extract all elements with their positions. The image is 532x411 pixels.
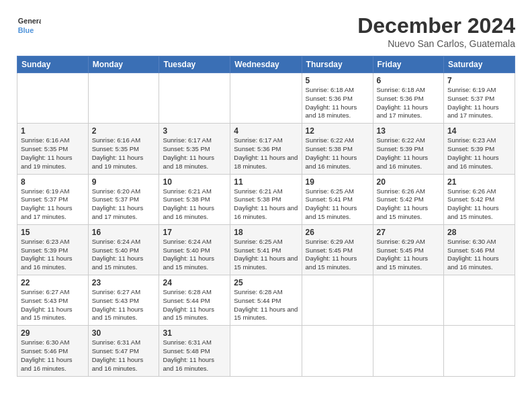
svg-text:Blue: Blue xyxy=(18,26,34,34)
day-cell-27: 27 Sunrise: 6:29 AMSunset: 5:45 PMDaylig… xyxy=(373,224,444,275)
day-cell-22: 22 Sunrise: 6:27 AMSunset: 5:43 PMDaylig… xyxy=(17,275,89,326)
header-row: Sunday Monday Tuesday Wednesday Thursday… xyxy=(17,56,515,73)
col-tuesday: Tuesday xyxy=(159,56,230,73)
week-3: 8 Sunrise: 6:19 AMSunset: 5:37 PMDayligh… xyxy=(17,174,515,224)
svg-text:General: General xyxy=(18,17,41,25)
day-cell-23: 23 Sunrise: 6:27 AMSunset: 5:43 PMDaylig… xyxy=(88,275,159,326)
col-thursday: Thursday xyxy=(302,56,373,73)
empty-cell xyxy=(17,73,89,124)
empty-cell xyxy=(373,326,444,376)
col-sunday: Sunday xyxy=(17,56,89,73)
day-cell-9: 9 Sunrise: 6:20 AMSunset: 5:37 PMDayligh… xyxy=(88,174,159,224)
day-cell-25: 25 Sunrise: 6:28 AMSunset: 5:44 PMDaylig… xyxy=(230,275,302,326)
day-cell-24: 24 Sunrise: 6:28 AMSunset: 5:44 PMDaylig… xyxy=(159,275,230,326)
empty-cell xyxy=(444,275,515,326)
week-5: 22 Sunrise: 6:27 AMSunset: 5:43 PMDaylig… xyxy=(17,275,515,326)
day-cell-13: 13 Sunrise: 6:22 AMSunset: 5:39 PMDaylig… xyxy=(373,124,444,174)
day-cell-3: 3 Sunrise: 6:17 AMSunset: 5:35 PMDayligh… xyxy=(159,124,230,174)
day-cell-2: 2 Sunrise: 6:16 AMSunset: 5:35 PMDayligh… xyxy=(88,124,159,174)
day-cell-21: 21 Sunrise: 6:26 AMSunset: 5:42 PMDaylig… xyxy=(444,174,515,224)
day-cell-5: 5 Sunrise: 6:18 AMSunset: 5:36 PMDayligh… xyxy=(302,73,373,124)
day-cell-17: 17 Sunrise: 6:24 AMSunset: 5:40 PMDaylig… xyxy=(159,224,230,275)
col-friday: Friday xyxy=(373,56,444,73)
title-area: December 2024 Nuevo San Carlos, Guatemal… xyxy=(357,13,515,49)
day-cell-12: 12 Sunrise: 6:22 AMSunset: 5:38 PMDaylig… xyxy=(302,124,373,174)
empty-cell xyxy=(302,275,373,326)
day-cell-28: 28 Sunrise: 6:30 AMSunset: 5:46 PMDaylig… xyxy=(444,224,515,275)
day-cell-7: 7 Sunrise: 6:19 AMSunset: 5:37 PMDayligh… xyxy=(444,73,515,124)
col-monday: Monday xyxy=(88,56,159,73)
day-cell-8: 8 Sunrise: 6:19 AMSunset: 5:37 PMDayligh… xyxy=(17,174,89,224)
day-cell-6: 6 Sunrise: 6:18 AMSunset: 5:36 PMDayligh… xyxy=(373,73,444,124)
week-2: 1 Sunrise: 6:16 AMSunset: 5:35 PMDayligh… xyxy=(17,124,515,174)
day-cell-30: 30 Sunrise: 6:31 AMSunset: 5:47 PMDaylig… xyxy=(88,326,159,376)
day-cell-15: 15 Sunrise: 6:23 AMSunset: 5:39 PMDaylig… xyxy=(17,224,89,275)
header: General Blue December 2024 Nuevo San Car… xyxy=(17,13,515,49)
logo: General Blue xyxy=(17,13,41,38)
day-cell-10: 10 Sunrise: 6:21 AMSunset: 5:38 PMDaylig… xyxy=(159,174,230,224)
location: Nuevo San Carlos, Guatemala xyxy=(357,38,515,49)
empty-cell xyxy=(88,73,159,124)
day-cell-26: 26 Sunrise: 6:29 AMSunset: 5:45 PMDaylig… xyxy=(302,224,373,275)
col-saturday: Saturday xyxy=(444,56,515,73)
day-cell-4: 4 Sunrise: 6:17 AMSunset: 5:36 PMDayligh… xyxy=(230,124,302,174)
month-title: December 2024 xyxy=(357,13,515,38)
week-6: 29 Sunrise: 6:30 AMSunset: 5:46 PMDaylig… xyxy=(17,326,515,376)
week-1: 5 Sunrise: 6:18 AMSunset: 5:36 PMDayligh… xyxy=(17,73,515,124)
day-cell-31: 31 Sunrise: 6:31 AMSunset: 5:48 PMDaylig… xyxy=(159,326,230,376)
day-cell-20: 20 Sunrise: 6:26 AMSunset: 5:42 PMDaylig… xyxy=(373,174,444,224)
week-4: 15 Sunrise: 6:23 AMSunset: 5:39 PMDaylig… xyxy=(17,224,515,275)
day-cell-16: 16 Sunrise: 6:24 AMSunset: 5:40 PMDaylig… xyxy=(88,224,159,275)
col-wednesday: Wednesday xyxy=(230,56,302,73)
calendar: Sunday Monday Tuesday Wednesday Thursday… xyxy=(17,56,515,377)
page: General Blue December 2024 Nuevo San Car… xyxy=(0,0,532,411)
empty-cell xyxy=(230,326,302,376)
day-cell-1: 1 Sunrise: 6:16 AMSunset: 5:35 PMDayligh… xyxy=(17,124,89,174)
day-cell-19: 19 Sunrise: 6:25 AMSunset: 5:41 PMDaylig… xyxy=(302,174,373,224)
day-cell-14: 14 Sunrise: 6:23 AMSunset: 5:39 PMDaylig… xyxy=(444,124,515,174)
empty-cell xyxy=(159,73,230,124)
day-cell-29: 29 Sunrise: 6:30 AMSunset: 5:46 PMDaylig… xyxy=(17,326,89,376)
empty-cell xyxy=(230,73,302,124)
day-cell-11: 11 Sunrise: 6:21 AMSunset: 5:38 PMDaylig… xyxy=(230,174,302,224)
day-cell-18: 18 Sunrise: 6:25 AMSunset: 5:41 PMDaylig… xyxy=(230,224,302,275)
logo-icon: General Blue xyxy=(17,13,41,38)
empty-cell xyxy=(373,275,444,326)
empty-cell xyxy=(302,326,373,376)
empty-cell xyxy=(444,326,515,376)
